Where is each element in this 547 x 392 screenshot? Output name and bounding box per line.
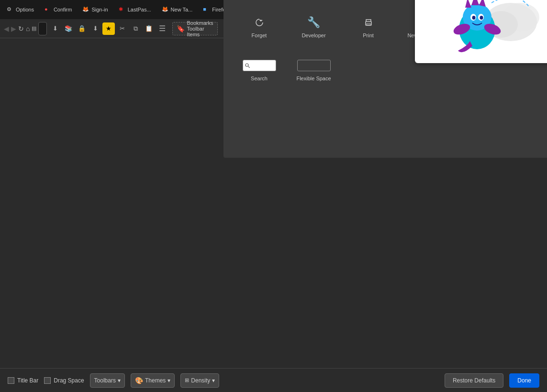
drag-space-checkbox[interactable]	[44, 377, 51, 384]
svg-rect-34	[367, 23, 370, 25]
flexible-space-visual	[297, 60, 331, 71]
toolbars-label: Toolbars	[94, 377, 116, 384]
back-button[interactable]: ◀	[4, 22, 9, 35]
search-label: Search	[251, 75, 268, 82]
drag-tooltip: Drag and drop items here to keep them wi…	[415, 0, 547, 63]
title-bar-label: Title Bar	[17, 377, 38, 384]
overflow-button[interactable]: ☰	[156, 22, 168, 35]
home-button[interactable]: ⌂	[26, 22, 30, 35]
forget-label: Forget	[252, 32, 267, 39]
refresh-button[interactable]: ↻	[18, 22, 24, 35]
svg-marker-6	[471, 0, 479, 5]
flexible-space-icon	[297, 59, 331, 72]
toolbar-item-search[interactable]: Search	[233, 50, 286, 88]
svg-point-10	[472, 16, 475, 20]
tab-label-confirm: Confirm	[54, 7, 72, 12]
svg-point-38	[246, 64, 248, 66]
done-button[interactable]: Done	[509, 373, 539, 388]
title-bar-checkbox[interactable]	[8, 377, 14, 384]
search-box-visual	[243, 60, 276, 71]
footer: Title Bar Drag Space Toolbars ▾ 🎨 Themes…	[0, 368, 547, 392]
url-bar[interactable]	[38, 22, 47, 35]
reader-view-button[interactable]: ▤	[32, 22, 36, 35]
tab-icon-firefox: ■	[203, 6, 210, 13]
svg-marker-32	[259, 20, 263, 22]
tab-icon-newtab1: 🦊	[162, 6, 168, 13]
svg-marker-5	[465, 0, 471, 8]
bookmark-toolbar-icon: 🔖	[177, 25, 185, 33]
drag-space-option: Drag Space	[44, 377, 84, 384]
svg-line-39	[248, 66, 250, 68]
bookmarks-toolbar: 🔖 Bookmarks Toolbar Items	[172, 22, 217, 35]
save-button[interactable]: ⬇	[89, 22, 101, 35]
mascot-svg	[429, 0, 544, 55]
copy-button[interactable]: ⧉	[129, 22, 142, 35]
nav-bar: ◀ ▶ ↻ ⌂ ▤ ⬇ 📚 🔒 ⬇ ★ ✂ ⧉ 📋 ☰ 🔖 Bookmarks …	[0, 19, 547, 38]
tab-icon-options: ⚙	[7, 6, 13, 13]
toolbar-item-forget[interactable]: Forget	[233, 7, 286, 46]
forget-icon	[254, 16, 265, 29]
nav-right-buttons: ⬇ 📚 🔒 ⬇ ★ ✂ ⧉ 📋 ☰	[49, 22, 168, 35]
downloads-button[interactable]: ⬇	[49, 22, 61, 35]
toolbar-item-developer[interactable]: 🔧 Developer	[288, 7, 340, 46]
density-icon: ⊞	[185, 377, 189, 383]
tab-label-signin: Sign-in	[91, 7, 108, 12]
tab-newtab1[interactable]: 🦊 New Ta...	[157, 2, 198, 17]
print-label: Print	[363, 32, 374, 39]
themes-label: Themes	[145, 377, 166, 384]
tab-label-options: Options	[16, 7, 34, 12]
bookmarks-button[interactable]: 📚	[62, 22, 75, 35]
developer-label: Developer	[301, 32, 325, 39]
toolbar-item-flexible-space[interactable]: Flexible Space	[288, 50, 340, 88]
print-icon	[363, 16, 374, 29]
tab-signin[interactable]: 🦊 Sign-in	[78, 2, 112, 17]
tab-icon-lastpass: ✱	[119, 6, 125, 13]
flexible-space-label: Flexible Space	[296, 75, 331, 82]
toolbars-chevron-icon: ▾	[118, 377, 121, 384]
density-chevron-icon: ▾	[212, 377, 215, 384]
restore-defaults-button[interactable]: Restore Defaults	[445, 373, 503, 388]
svg-point-11	[480, 16, 483, 20]
themes-icon: 🎨	[135, 377, 143, 384]
search-icon	[243, 59, 276, 72]
density-label: Density	[191, 377, 210, 384]
cut-button[interactable]: ✂	[116, 22, 128, 35]
customize-active-button[interactable]: ★	[102, 22, 115, 35]
developer-icon: 🔧	[307, 16, 320, 29]
paste-button[interactable]: 📋	[143, 22, 155, 35]
main-customize-area: Drag your favorite items into the toolba…	[223, 0, 547, 158]
identity-button[interactable]: 🔒	[76, 22, 88, 35]
bookmarks-toolbar-label: Bookmarks Toolbar Items	[187, 20, 213, 37]
tab-label-newtab1: New Ta...	[171, 7, 193, 12]
density-select[interactable]: ⊞ Density ▾	[180, 373, 219, 388]
themes-select[interactable]: 🎨 Themes ▾	[131, 373, 175, 388]
toolbar-item-zoom-controls[interactable]: −+ Zoom Controls	[288, 0, 340, 3]
menu-button[interactable]: ☰	[156, 22, 168, 35]
toolbar-item-add-ons[interactable]: Add-ons	[233, 0, 286, 3]
tab-lastpass[interactable]: ✱ LastPas...	[114, 2, 156, 17]
toolbars-select[interactable]: Toolbars ▾	[90, 373, 125, 388]
toolbar-item-print[interactable]: Print	[342, 7, 395, 46]
tab-icon-signin: 🦊	[82, 6, 89, 13]
drag-space-label: Drag Space	[54, 377, 84, 384]
tab-confirm[interactable]: ● Confirm	[40, 2, 77, 17]
themes-chevron-icon: ▾	[167, 377, 170, 384]
tab-icon-confirm: ●	[45, 6, 51, 13]
mascot-image-container	[423, 0, 547, 55]
forward-button[interactable]: ▶	[11, 22, 16, 35]
title-bar-option: Title Bar	[8, 377, 38, 384]
tab-label-lastpass: LastPas...	[128, 7, 151, 12]
tab-options[interactable]: ⚙ Options	[2, 2, 39, 17]
toolbar-item-subscribe[interactable]: Subscribe	[342, 0, 395, 3]
